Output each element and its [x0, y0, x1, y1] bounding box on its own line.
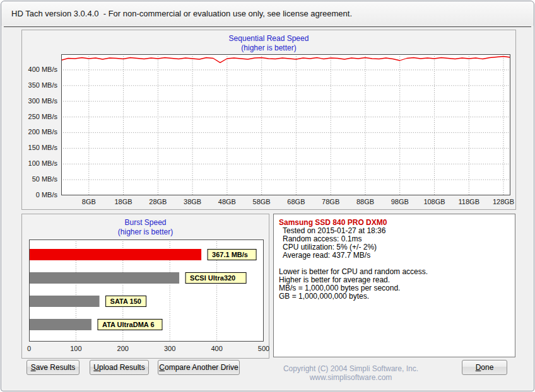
burst-bar — [29, 296, 100, 307]
y-axis-tick-label: 200 MB/s — [22, 128, 57, 135]
burst-speed-chart: 367.1 MB/sSCSI Ultra320SATA 150ATA Ultra… — [22, 214, 269, 358]
sequential-read-panel: Sequential Read Speed (higher is better)… — [21, 30, 516, 210]
burst-bar — [29, 272, 179, 284]
y-axis-tick-label: 400 MB/s — [22, 66, 57, 73]
y-axis-tick-label: 100 MB/s — [22, 159, 57, 167]
x-axis-tick-label: 108GB — [421, 198, 449, 205]
y-axis-tick-label: 350 MB/s — [22, 81, 57, 89]
done-button[interactable]: Done — [462, 360, 507, 375]
burst-x-axis-tick-label: 500 — [254, 345, 273, 352]
x-axis-tick-label: 28GB — [144, 198, 172, 205]
x-axis-tick-label: 118GB — [455, 198, 483, 205]
drive-info-panel: Samsung SSD 840 PRO DXM0 Tested on 2015-… — [273, 214, 515, 357]
x-axis-tick-label: 18GB — [110, 198, 138, 205]
bar-label-text: SATA 150 — [110, 297, 141, 305]
x-axis-tick-label: 98GB — [386, 198, 414, 205]
x-axis-tick-label: 58GB — [248, 198, 276, 205]
titlebar-separator — [4, 26, 531, 27]
burst-bar — [29, 249, 201, 260]
x-axis-tick-label: 48GB — [213, 198, 241, 205]
note-line: GB = 1,000,000,000 bytes. — [279, 292, 510, 301]
copyright-text: Copyright (C) 2004 Simpli Software, Inc.… — [251, 364, 450, 382]
bar-label-text: 367.1 MB/s — [212, 251, 248, 258]
sequential-read-chart: 0 MB/s50 MB/s100 MB/s150 MB/s200 MB/s250… — [22, 30, 515, 209]
bar-label-text: ATA UltraDMA 6 — [102, 321, 155, 328]
y-axis-tick-label: 250 MB/s — [22, 113, 57, 120]
x-axis-tick-label: 128GB — [490, 198, 517, 205]
x-axis-tick-label: 78GB — [317, 198, 344, 205]
burst-bar — [29, 319, 91, 330]
x-axis-tick-label: 68GB — [282, 198, 310, 205]
sequential-read-plot — [61, 54, 510, 195]
bar-label-text: SCSI Ultra320 — [190, 274, 235, 282]
burst-speed-panel: Burst Speed (higher is better) 367.1 MB/… — [21, 214, 269, 359]
y-axis-tick-label: 50 MB/s — [22, 175, 57, 183]
burst-speed-plot: 367.1 MB/sSCSI Ultra320SATA 150ATA Ultra… — [29, 239, 264, 342]
upload-results-button[interactable]: Upload Results — [90, 360, 149, 375]
burst-x-axis-tick-label: 100 — [66, 345, 85, 352]
x-axis-tick-label: 88GB — [351, 198, 379, 205]
burst-x-axis-tick-label: 200 — [114, 345, 132, 352]
notes-block: Lower is better for CPU and random acces… — [279, 268, 510, 301]
hdtach-window: HD Tach version 3.0.4.0 - For non-commer… — [1, 1, 534, 391]
title-bar: HD Tach version 3.0.4.0 - For non-commer… — [1, 1, 534, 26]
x-axis-tick-label: 8GB — [75, 198, 103, 205]
window-title: HD Tach version 3.0.4.0 - For non-commer… — [11, 9, 352, 18]
y-axis-tick-label: 300 MB/s — [22, 97, 57, 105]
burst-x-axis-tick-label: 300 — [160, 345, 179, 352]
save-results-button[interactable]: Save Results — [26, 360, 79, 375]
y-axis-tick-label: 0 MB/s — [22, 191, 57, 199]
burst-x-axis-tick-label: 400 — [208, 345, 226, 352]
average-read-line: Average read: 437.7 MB/s — [279, 251, 510, 260]
y-axis-tick-label: 150 MB/s — [22, 144, 57, 151]
burst-x-axis-tick-label: 0 — [20, 345, 38, 352]
x-axis-tick-label: 38GB — [179, 198, 206, 205]
drive-name: Samsung SSD 840 PRO DXM0 — [279, 218, 510, 227]
compare-another-drive-button[interactable]: Compare Another Drive — [158, 360, 240, 375]
